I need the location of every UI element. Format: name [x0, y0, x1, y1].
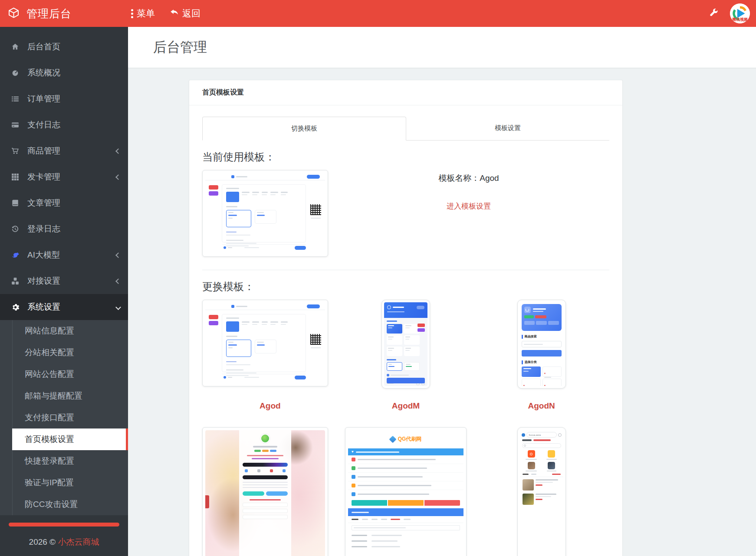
sidebar-subitem-anti-cc[interactable]: 防CC攻击设置: [0, 494, 128, 515]
home-icon: [10, 43, 21, 51]
footer-year: 2026 ©: [29, 537, 56, 546]
card-title: 首页模板设置: [189, 80, 622, 105]
sidebar-subitem-mail-remind[interactable]: 邮箱与提醒配置: [0, 385, 128, 407]
template-grid-row-2: QG代刷网 ♥: [202, 427, 609, 556]
tab-template-settings[interactable]: 模板设置: [406, 117, 609, 140]
template-preview-anime[interactable]: [202, 427, 328, 556]
template-cell-anime: [202, 427, 338, 556]
template-cell-agodn: 商品搜索 选择分类: [473, 300, 609, 411]
tab-switch-template[interactable]: 切换模板: [202, 117, 406, 141]
sidebar-item-label: 系统设置: [27, 301, 60, 313]
menu-button-label: 菜单: [137, 7, 155, 20]
chevron-left-icon: [115, 174, 121, 180]
template-cell-agod: Agod: [202, 300, 338, 411]
sidebar-item-label: AI大模型: [27, 249, 60, 261]
history-icon: [10, 225, 21, 233]
avatar-caption: 腾讯视频: [730, 17, 750, 23]
qg-logo-text: QG代刷网: [398, 435, 422, 443]
template-preview-focus[interactable]: focoa.asia: [517, 427, 566, 556]
gauge-icon: [10, 69, 21, 77]
current-template-info: 模板名称：Agod 进入模板设置: [328, 170, 609, 257]
sidebar-item-label: 发卡管理: [27, 171, 60, 183]
sidebar-item-cards[interactable]: 发卡管理: [0, 164, 128, 190]
cube-logo-icon: [8, 7, 20, 20]
subitem-label: 邮箱与提醒配置: [25, 390, 82, 402]
sidebar-subitem-payment-api[interactable]: 支付接口配置: [0, 407, 128, 428]
page-title: 后台管理: [153, 38, 207, 56]
sidebar-subitem-site-info[interactable]: 网站信息配置: [0, 320, 128, 342]
template-label-agod[interactable]: Agod: [260, 401, 281, 411]
brand-title: 管理后台: [26, 7, 72, 21]
template-preview-agodn[interactable]: 商品搜索 选择分类: [517, 300, 566, 389]
template-preview-qg[interactable]: QG代刷网 ♥: [345, 427, 467, 556]
change-template-heading: 更换模板：: [202, 280, 609, 294]
template-name-label: 模板名称：: [438, 173, 480, 183]
template-label-agodm[interactable]: AgodM: [392, 401, 420, 411]
user-avatar[interactable]: 腾讯视频: [730, 3, 750, 23]
topbar: 管理后台 菜单 返回: [0, 0, 756, 27]
template-cell-focus: focoa.asia: [473, 427, 609, 556]
sidebar-item-label: 文章管理: [27, 197, 60, 209]
template-preview-agod[interactable]: [202, 300, 328, 386]
menu-button[interactable]: 菜单: [131, 7, 155, 20]
sidebar-subitem-site-notice[interactable]: 网站公告配置: [0, 363, 128, 385]
sidebar-item-home[interactable]: 后台首页: [0, 34, 128, 60]
template-label-agodn[interactable]: AgodN: [528, 401, 555, 411]
sidebar-item-ai-model[interactable]: AI大模型: [0, 242, 128, 268]
template-settings-card: 首页模板设置 切换模板 模板设置 当前使用模板：: [189, 80, 623, 556]
wrench-icon[interactable]: [710, 8, 719, 19]
back-button[interactable]: 返回: [170, 7, 201, 20]
grid-icon: [10, 173, 21, 181]
sidebar-item-payment-log[interactable]: 支付日志: [0, 112, 128, 138]
sidebar-item-system-settings[interactable]: 系统设置: [0, 294, 128, 320]
sidebar-item-login-log[interactable]: 登录日志: [0, 216, 128, 242]
page-header: 后台管理: [128, 27, 756, 68]
book-icon: [10, 199, 21, 207]
sidebar-subitem-substation[interactable]: 分站相关配置: [0, 342, 128, 363]
sidebar-item-goods[interactable]: 商品管理: [0, 138, 128, 164]
whale-icon: [10, 251, 21, 259]
chevron-down-icon: [115, 304, 121, 310]
current-template-preview: [202, 170, 328, 257]
focus-url-text: focoa.asia: [529, 434, 541, 436]
template-preview-agodm[interactable]: [381, 300, 430, 389]
sidebar-item-label: 登录日志: [27, 223, 60, 235]
footer-brand-link[interactable]: 小杰云商城: [58, 537, 99, 546]
sidebar-item-label: 系统概况: [27, 67, 60, 78]
sidebar-item-overview[interactable]: 系统概况: [0, 60, 128, 86]
tab-bar: 切换模板 模板设置: [202, 117, 609, 141]
chevron-left-icon: [115, 148, 121, 154]
diamond-logo-icon: [389, 435, 396, 443]
subitem-label: 网站公告配置: [25, 369, 74, 380]
back-button-label: 返回: [182, 7, 201, 20]
enter-template-settings-link[interactable]: 进入模板设置: [447, 201, 491, 211]
system-settings-submenu: 网站信息配置 分站相关配置 网站公告配置 邮箱与提醒配置 支付接口配置 首页模板…: [0, 320, 128, 515]
credit-card-icon: [10, 121, 21, 129]
brand[interactable]: 管理后台: [8, 7, 122, 21]
sidebar-footer: 2026 © 小杰云商城: [0, 536, 128, 548]
sidebar-item-orders[interactable]: 订单管理: [0, 86, 128, 112]
sidebar: 后台首页 系统概况 订单管理 支付日志 商品管理 发卡管理: [0, 27, 128, 556]
sidebar-item-label: 对接设置: [27, 275, 60, 287]
subitem-label: 快捷登录配置: [25, 455, 74, 467]
list-icon: [10, 95, 21, 103]
main-area: 后台管理 首页模板设置 切换模板 模板设置 当前使用模板：: [128, 27, 756, 556]
subitem-label: 分站相关配置: [25, 347, 74, 358]
template-name-row: 模板名称：Agod: [328, 173, 609, 184]
template-cell-qg: QG代刷网 ♥: [338, 427, 474, 556]
sidebar-subitem-verify-ip[interactable]: 验证与IP配置: [0, 472, 128, 494]
content: 首页模板设置 切换模板 模板设置 当前使用模板：: [128, 68, 756, 556]
sidebar-subitem-quick-login[interactable]: 快捷登录配置: [0, 450, 128, 472]
sidebar-subitem-homepage-template[interactable]: 首页模板设置: [12, 428, 128, 450]
cart-icon: [10, 147, 21, 155]
sidebar-item-integration[interactable]: 对接设置: [0, 268, 128, 294]
vertical-dots-icon: [131, 9, 133, 11]
sidebar-item-label: 商品管理: [27, 145, 60, 157]
chevron-left-icon: [115, 252, 121, 258]
divider: [202, 270, 609, 270]
sidebar-item-label: 订单管理: [27, 93, 60, 105]
card-body: 切换模板 模板设置 当前使用模板：: [189, 105, 622, 556]
sidebar-item-articles[interactable]: 文章管理: [0, 190, 128, 216]
subitem-label: 支付接口配置: [25, 412, 74, 423]
topbar-menu: 菜单 返回: [131, 7, 201, 20]
